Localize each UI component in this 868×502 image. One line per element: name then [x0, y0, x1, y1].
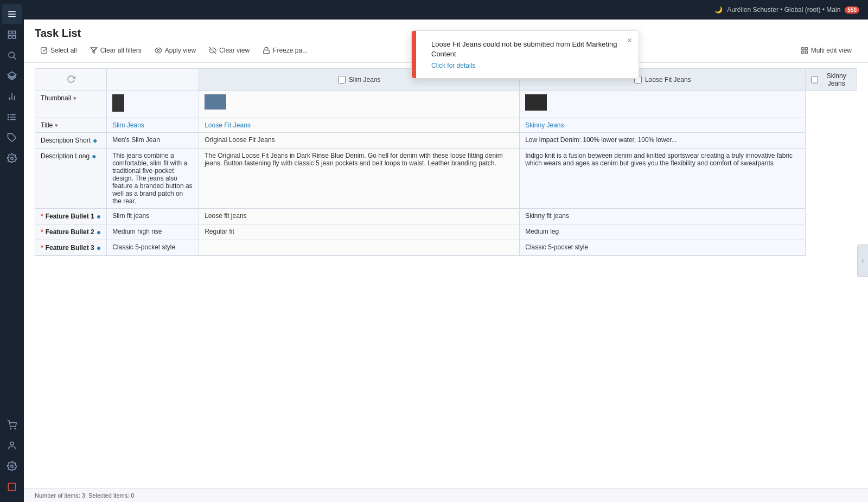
- svg-rect-33: [805, 48, 807, 50]
- sidebar-item-list[interactable]: [2, 107, 22, 127]
- skinny-fb3-cell[interactable]: Classic 5-pocket style: [520, 240, 806, 256]
- table-row: Description Long ● This jeans combine a …: [35, 149, 857, 209]
- toast-notification: Loose Fit Jeans could not be submitted f…: [411, 30, 639, 79]
- fb3-label: Feature Bullet 3: [46, 244, 94, 252]
- skinny-fb2: Medium leg: [525, 228, 559, 235]
- status-bar: Number of items: 3; Selected items: 0: [24, 488, 868, 502]
- slim-title-link[interactable]: Slim Jeans: [112, 121, 144, 129]
- table-row: * Feature Bullet 2 ● Medium high rise Re…: [35, 224, 857, 240]
- slim-desc-short: Men's Slim Jean: [112, 136, 160, 144]
- skinny-title-link[interactable]: Skinny Jeans: [525, 121, 564, 129]
- sidebar-item-search[interactable]: [2, 46, 22, 65]
- title-label-cell: Title ▾: [35, 118, 107, 133]
- loose-fb1: Loose fit jeans: [205, 212, 246, 220]
- edit-view-icon: [801, 47, 808, 54]
- slim-desc-long-cell[interactable]: This jeans combine a comfortable, slim f…: [107, 149, 199, 209]
- skinny-desc-short: Low Impact Denim: 100% lower water, 100%…: [525, 136, 676, 144]
- slim-fb1: Slim fit jeans: [112, 212, 149, 220]
- slim-desc-short-cell[interactable]: Men's Slim Jean: [107, 133, 199, 149]
- slim-thumbnail-cell[interactable]: [107, 91, 199, 118]
- clear-filters-button[interactable]: Clear all filters: [85, 44, 147, 57]
- freeze-panel-button[interactable]: Freeze pa...: [257, 44, 313, 57]
- svg-rect-3: [8, 31, 11, 34]
- svg-rect-26: [41, 48, 47, 54]
- loose-col-label: Loose Fit Jeans: [645, 76, 691, 83]
- slim-fb3: Classic 5-pocket style: [112, 243, 175, 251]
- skinny-thumbnail: [525, 94, 547, 111]
- multi-edit-view-label: Multi edit view: [811, 47, 852, 54]
- thumbnail-label: Thumbnail: [41, 94, 71, 102]
- svg-rect-4: [13, 31, 16, 34]
- user-info: Aurélien Schuster • Global (root) • Main: [727, 6, 840, 14]
- sidebar-item-user[interactable]: [2, 436, 22, 455]
- slim-fb3-cell[interactable]: Classic 5-pocket style: [107, 240, 199, 256]
- loose-fb3-cell[interactable]: [199, 240, 520, 256]
- loose-desc-short-cell[interactable]: Original Loose Fit Jeans: [199, 133, 520, 149]
- skinny-desc-long-cell[interactable]: Indigo knit is a fusion between denim an…: [520, 149, 806, 209]
- title-filter-icon[interactable]: ▾: [55, 122, 58, 129]
- toast-link[interactable]: Click for details: [431, 62, 475, 69]
- slim-checkbox[interactable]: [338, 76, 346, 83]
- sidebar-item-chart[interactable]: [2, 87, 22, 106]
- sidebar-item-dashboard[interactable]: [2, 25, 22, 44]
- fb1-label-cell: * Feature Bullet 1 ●: [35, 209, 107, 224]
- skinny-thumbnail-cell[interactable]: [520, 91, 806, 118]
- loose-fb1-cell[interactable]: Loose fit jeans: [199, 209, 520, 224]
- slim-desc-long: This jeans combine a comfortable, slim f…: [112, 152, 192, 205]
- sidebar-bottom: [2, 415, 22, 498]
- sidebar-item-tag[interactable]: [2, 128, 22, 147]
- svg-point-29: [157, 49, 159, 52]
- clear-view-button[interactable]: Clear view: [203, 44, 255, 57]
- table-row: Thumbnail ▾: [35, 91, 857, 118]
- page-area: Task List Select all Clear all filters A…: [24, 20, 868, 502]
- refresh-icon[interactable]: [67, 75, 75, 83]
- toolbar-right: Multi edit view: [795, 44, 857, 57]
- slim-fb2-cell[interactable]: Medium high rise: [107, 224, 199, 240]
- desc-long-label: Description Long: [41, 152, 90, 160]
- sidebar-item-config[interactable]: [2, 456, 22, 476]
- loose-thumbnail-cell[interactable]: [199, 91, 520, 118]
- sidebar-item-layers[interactable]: [2, 66, 22, 86]
- fb3-label-cell: * Feature Bullet 3 ●: [35, 240, 107, 256]
- notification-badge[interactable]: 550: [845, 7, 859, 14]
- skinny-desc-long: Indigo knit is a fusion between denim an…: [525, 152, 793, 167]
- skinny-checkbox[interactable]: [811, 76, 818, 83]
- sidebar-item-square[interactable]: [2, 477, 22, 497]
- toast-red-bar: [412, 31, 416, 78]
- desc-short-label-cell: Description Short ●: [35, 133, 107, 149]
- slim-title-cell[interactable]: Slim Jeans: [107, 118, 199, 133]
- table-row: * Feature Bullet 1 ● Slim fit jeans Loos…: [35, 209, 857, 224]
- svg-line-8: [14, 57, 16, 59]
- toast-close-button[interactable]: ×: [627, 36, 632, 45]
- table-container: Slim Jeans Loose Fit Jeans: [24, 63, 868, 488]
- slim-fb1-cell[interactable]: Slim fit jeans: [107, 209, 199, 224]
- sidebar-item-settings[interactable]: [2, 149, 22, 168]
- header-bar: 🌙 Aurélien Schuster • Global (root) • Ma…: [24, 0, 868, 20]
- select-all-button[interactable]: Select all: [35, 44, 82, 57]
- skinny-fb2-cell[interactable]: Medium leg: [520, 224, 806, 240]
- multi-edit-view-button[interactable]: Multi edit view: [795, 44, 857, 57]
- right-panel-toggle[interactable]: ‹: [857, 244, 868, 277]
- slim-thumbnail: [112, 94, 124, 112]
- svg-point-17: [8, 117, 9, 118]
- skinny-title-cell[interactable]: Skinny Jeans: [520, 118, 806, 133]
- clear-filters-label: Clear all filters: [100, 47, 142, 54]
- svg-point-18: [8, 119, 9, 120]
- fb2-label-cell: * Feature Bullet 2 ●: [35, 224, 107, 240]
- loose-title-cell[interactable]: Loose Fit Jeans: [199, 118, 520, 133]
- sidebar-item-menu[interactable]: [2, 4, 22, 24]
- table-row: Description Short ● Men's Slim Jean Orig…: [35, 133, 857, 149]
- sidebar-item-cart[interactable]: [2, 415, 22, 435]
- moon-icon: 🌙: [714, 6, 723, 14]
- svg-point-21: [10, 428, 11, 429]
- loose-desc-long-cell[interactable]: The Original Loose Fit Jeans in Dark Rin…: [199, 149, 520, 209]
- refresh-col-header: [35, 69, 107, 91]
- loose-fb2-cell[interactable]: Regular fit: [199, 224, 520, 240]
- loose-title-link[interactable]: Loose Fit Jeans: [205, 121, 251, 129]
- filter-icon[interactable]: ▾: [73, 95, 76, 102]
- svg-point-24: [11, 465, 14, 468]
- apply-view-button[interactable]: Apply view: [149, 44, 201, 57]
- skinny-fb1-cell[interactable]: Skinny fit jeans: [520, 209, 806, 224]
- table-row: Title ▾ Slim Jeans Loose Fit Jeans Skinn…: [35, 118, 857, 133]
- skinny-desc-short-cell[interactable]: Low Impact Denim: 100% lower water, 100%…: [520, 133, 806, 149]
